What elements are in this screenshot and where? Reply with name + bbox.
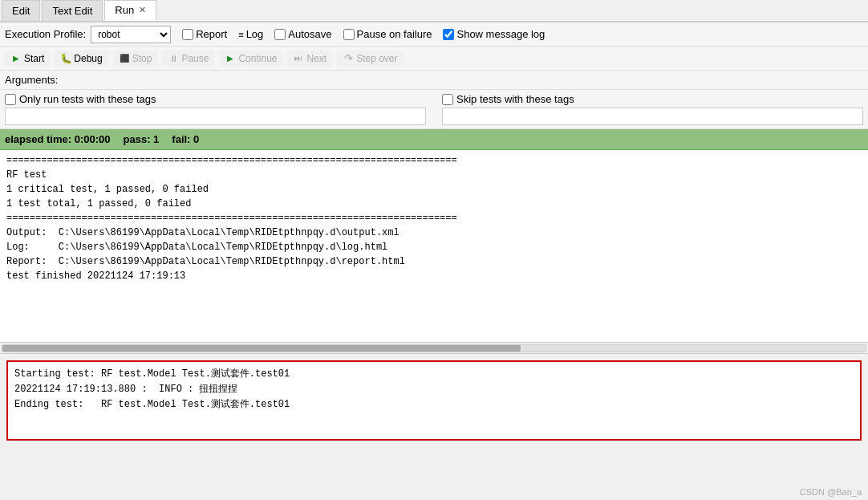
next-button[interactable]: Next (287, 51, 332, 67)
output-line: ========================================… (6, 153, 862, 168)
pause-on-failure-checkbox[interactable] (343, 29, 355, 40)
step-over-icon (343, 53, 354, 64)
show-message-log-label: Show message log (456, 28, 545, 40)
next-icon (293, 53, 304, 64)
autosave-checkbox[interactable] (274, 29, 286, 40)
output-line: Log: C:\Users\86199\AppData\Local\Temp\R… (6, 240, 862, 254)
stop-button[interactable]: Stop (113, 51, 158, 67)
log-label: Log (246, 28, 264, 40)
debug-icon (60, 53, 71, 64)
arguments-label: Arguments: (5, 74, 58, 86)
continue-icon (225, 53, 236, 64)
execution-profile-label: Execution Profile: (5, 28, 86, 40)
output-line: RF test (6, 168, 862, 182)
message-log-line: Starting test: RF test.Model Test.测试套件.t… (14, 367, 854, 382)
start-icon (10, 53, 22, 64)
watermark: CSDN @Ban_a (800, 487, 862, 497)
autosave-label: Autosave (288, 28, 331, 40)
message-log-line: 20221124 17:19:13.880 : INFO : 扭扭捏捏 (14, 382, 854, 397)
output-area[interactable]: ========================================… (0, 150, 868, 343)
start-button[interactable]: Start (5, 51, 50, 67)
skip-checkbox[interactable] (442, 94, 453, 105)
toolbar-row-2: Start Debug Stop Pause Continue Next Ste… (0, 47, 868, 71)
output-line: Report: C:\Users\86199\AppData\Local\Tem… (6, 254, 862, 269)
only-run-label: Only run tests with these tags (19, 93, 156, 105)
continue-button[interactable]: Continue (219, 51, 282, 67)
debug-button[interactable]: Debug (55, 51, 107, 67)
stop-icon (119, 53, 130, 64)
only-run-checkbox[interactable] (5, 94, 16, 105)
tab-text-edit[interactable]: Text Edit (42, 0, 103, 21)
tab-close-icon[interactable]: ✕ (139, 5, 146, 15)
report-checkbox[interactable] (182, 29, 193, 40)
output-line: 1 critical test, 1 passed, 0 failed (6, 182, 862, 197)
horizontal-scrollbar[interactable] (0, 343, 868, 354)
report-label: Report (196, 28, 227, 40)
tab-bar: Edit Text Edit Run ✕ (0, 0, 868, 22)
pause-on-failure-label: Pause on failure (357, 28, 432, 40)
only-run-tags-input[interactable] (5, 108, 426, 125)
execution-profile-select[interactable]: robot (91, 26, 171, 43)
skip-label: Skip tests with these tags (456, 93, 574, 105)
tab-run[interactable]: Run ✕ (104, 0, 156, 21)
step-over-button[interactable]: Step over (337, 51, 403, 67)
toolbar-row-1: Execution Profile: robot Report ≡ Log Au… (0, 22, 868, 47)
output-line: 1 test total, 1 passed, 0 failed (6, 197, 862, 211)
fail-count: fail: 0 (172, 133, 199, 145)
output-line: test finished 20221124 17:19:13 (6, 269, 862, 283)
pause-button[interactable]: Pause (162, 51, 214, 67)
skip-tags-group: Skip tests with these tags (442, 93, 863, 125)
tab-edit[interactable]: Edit (2, 0, 40, 21)
scrollbar-thumb[interactable] (2, 345, 521, 352)
list-icon: ≡ (238, 30, 243, 39)
message-log-panel[interactable]: Starting test: RF test.Model Test.测试套件.t… (6, 360, 862, 441)
pause-icon (168, 53, 179, 64)
tags-section: Only run tests with these tags Skip test… (0, 90, 868, 129)
only-run-tags-group: Only run tests with these tags (5, 93, 426, 125)
pass-count: pass: 1 (124, 133, 160, 145)
arguments-row: Arguments: (0, 71, 868, 90)
scrollbar-track (2, 344, 866, 352)
output-line: Output: C:\Users\86199\AppData\Local\Tem… (6, 226, 862, 240)
show-message-log-checkbox[interactable] (443, 29, 454, 40)
elapsed-time: elapsed time: 0:00:00 (5, 133, 111, 145)
message-log-line: Ending test: RF test.Model Test.测试套件.tes… (14, 397, 854, 413)
status-bar: elapsed time: 0:00:00 pass: 1 fail: 0 (0, 129, 868, 150)
output-line: ========================================… (6, 211, 862, 226)
skip-tags-input[interactable] (442, 108, 863, 125)
